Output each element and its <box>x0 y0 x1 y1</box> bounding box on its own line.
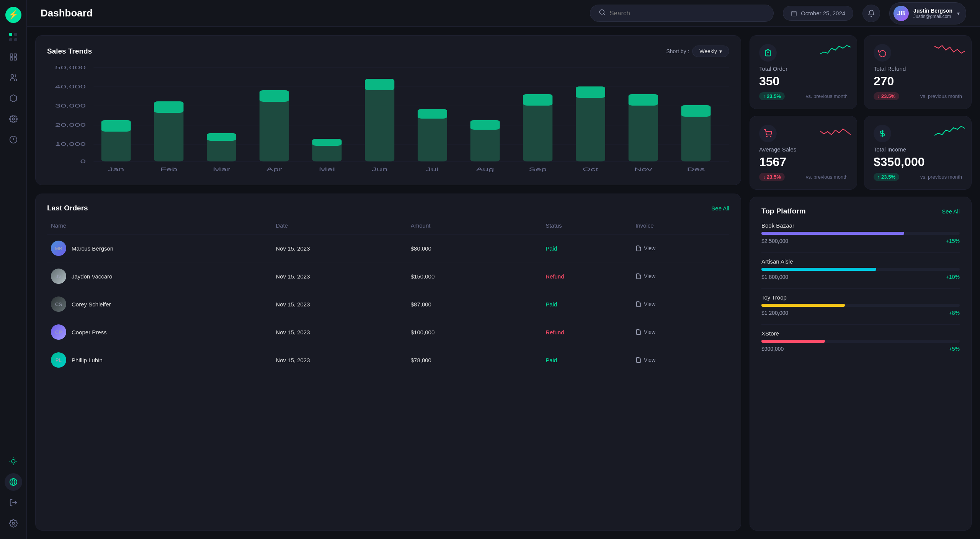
platform-footer: $1,200,000 +8% <box>761 310 960 316</box>
view-invoice-button[interactable]: View <box>635 245 725 251</box>
platform-amount: $1,200,000 <box>761 310 788 316</box>
stat-icon-income <box>874 125 891 142</box>
order-date: Nov 15, 2023 <box>276 329 410 335</box>
user-name: Justin Bergson <box>913 8 952 14</box>
platform-divider <box>761 288 960 289</box>
bar-chart-svg: 50,000 40,000 30,000 20,000 10,000 0 <box>47 64 729 175</box>
view-invoice-button[interactable]: View <box>635 329 725 335</box>
view-invoice-button[interactable]: View <box>635 273 725 279</box>
svg-text:Apr: Apr <box>266 166 282 172</box>
svg-point-5 <box>12 118 15 120</box>
user-menu[interactable]: JB Justin Bergson Justin@gmail.com ▾ <box>889 2 966 24</box>
sidebar-item-logout[interactable] <box>5 494 22 511</box>
stat-label: Total Income <box>874 146 962 153</box>
stat-card-total-order: Total Order 350 ↑ 23.5% vs. previous mon… <box>750 35 857 109</box>
sidebar: ⚡ <box>0 0 27 539</box>
svg-point-21 <box>12 522 15 524</box>
see-all-platforms-button[interactable]: See All <box>942 208 960 215</box>
calendar-icon <box>791 10 797 16</box>
order-name: Phillip Lubin <box>72 357 103 363</box>
platform-name: Book Bazaar <box>761 222 960 229</box>
stat-card-avg-sales: Average Sales 1567 ↓ 23.5% vs. previous … <box>750 116 857 190</box>
platform-footer: $1,800,000 +10% <box>761 274 960 280</box>
order-amount: $80,000 <box>411 245 546 252</box>
see-all-orders-button[interactable]: See All <box>711 205 729 212</box>
top-platform-title: Top Platform <box>761 207 806 215</box>
svg-text:Mei: Mei <box>319 166 335 172</box>
stat-icon-order <box>759 44 777 62</box>
sidebar-item-users[interactable] <box>5 69 22 86</box>
sidebar-dots <box>9 33 17 41</box>
stat-cards-grid: Total Order 350 ↑ 23.5% vs. previous mon… <box>750 35 972 190</box>
search-bar[interactable] <box>590 5 774 22</box>
stat-value: $350,000 <box>874 155 962 169</box>
notification-bell[interactable] <box>862 5 880 22</box>
platform-bar-bg <box>761 232 960 235</box>
table-row: PL Phillip Lubin Nov 15, 2023 $78,000 Pa… <box>47 346 729 374</box>
table-header: Name Date Amount Status Invoice <box>47 219 729 234</box>
platform-footer: $900,000 +5% <box>761 346 960 352</box>
stat-label: Total Order <box>759 65 848 72</box>
last-orders-card: Last Orders See All Name Date Amount Sta… <box>35 194 741 531</box>
status-badge: Refund <box>546 329 635 335</box>
stat-change: ↓ 23.5% <box>874 92 899 100</box>
period-selector[interactable]: Weekly ▾ <box>692 46 729 57</box>
svg-text:Oct: Oct <box>583 166 598 172</box>
last-orders-title: Last Orders <box>47 204 88 212</box>
sidebar-item-analytics[interactable] <box>5 131 22 148</box>
sidebar-item-settings[interactable] <box>5 110 22 128</box>
svg-point-80 <box>770 136 771 137</box>
order-name: Cooper Press <box>72 329 107 335</box>
view-invoice-button[interactable]: View <box>635 301 725 307</box>
sales-trends-card: Sales Trends Short by : Weekly ▾ <box>35 35 741 185</box>
left-panel: Sales Trends Short by : Weekly ▾ <box>35 35 741 531</box>
svg-rect-0 <box>10 54 12 56</box>
vs-prev: vs. previous month <box>920 93 962 99</box>
platform-bar-bg <box>761 268 960 271</box>
platform-amount: $900,000 <box>761 346 784 352</box>
dot-dark-3 <box>14 38 17 41</box>
search-input[interactable] <box>609 10 765 17</box>
svg-text:Nov: Nov <box>634 166 653 172</box>
sales-trends-header: Sales Trends Short by : Weekly ▾ <box>47 46 729 57</box>
view-invoice-button[interactable]: View <box>635 357 725 363</box>
sidebar-item-globe[interactable] <box>5 473 22 491</box>
avatar: PL <box>51 352 66 368</box>
stat-value: 270 <box>874 74 962 88</box>
order-amount: $87,000 <box>411 301 546 308</box>
svg-text:Des: Des <box>687 166 705 172</box>
platform-change: +5% <box>949 346 960 352</box>
svg-point-9 <box>11 459 15 463</box>
platform-item-toy-troop: Toy Troop $1,200,000 +8% <box>761 294 960 316</box>
sidebar-item-gear2[interactable] <box>5 515 22 532</box>
svg-text:Feb: Feb <box>160 166 177 172</box>
svg-text:0: 0 <box>80 158 86 164</box>
sidebar-item-sun[interactable] <box>5 453 22 470</box>
svg-rect-3 <box>14 58 16 60</box>
app-logo[interactable]: ⚡ <box>5 7 21 23</box>
header-date: October 25, 2024 <box>783 6 853 21</box>
stat-label: Total Refund <box>874 65 962 72</box>
svg-line-17 <box>15 459 16 459</box>
dot-dark-1 <box>14 33 17 36</box>
svg-text:Sep: Sep <box>529 166 547 172</box>
order-name-cell: PL Phillip Lubin <box>51 352 276 368</box>
order-name-cell: CS Corey Schleifer <box>51 296 276 312</box>
svg-rect-47 <box>260 90 289 102</box>
sidebar-item-products[interactable] <box>5 90 22 107</box>
platform-divider <box>761 252 960 253</box>
avatar: CS <box>51 296 66 312</box>
platform-divider <box>761 324 960 325</box>
dot-dark-2 <box>9 38 12 41</box>
svg-text:20,000: 20,000 <box>55 122 86 127</box>
stat-card-total-income: Total Income $350,000 ↑ 23.5% vs. previo… <box>864 116 972 190</box>
header: Dashboard October 25, 2024 JB Justin Ber… <box>27 0 980 27</box>
table-row: CS Corey Schleifer Nov 15, 2023 $87,000 … <box>47 290 729 318</box>
avatar: JV <box>51 269 66 284</box>
page-title: Dashboard <box>41 7 93 19</box>
sidebar-item-dashboard[interactable] <box>5 48 22 66</box>
platform-item-xstore: XStore $900,000 +5% <box>761 330 960 352</box>
svg-text:Mar: Mar <box>213 166 230 172</box>
status-badge: Paid <box>546 301 635 308</box>
svg-rect-63 <box>681 105 710 117</box>
